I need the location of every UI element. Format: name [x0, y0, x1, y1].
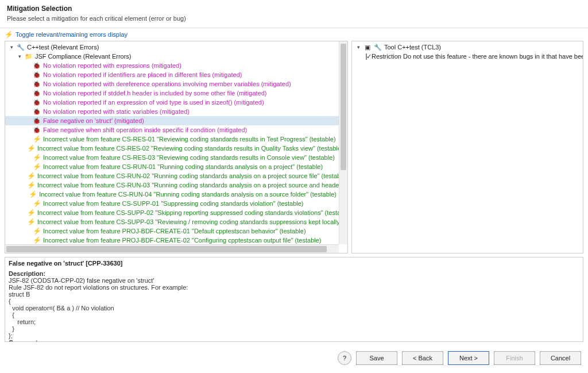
dialog-header: Mitigation Selection Please select a mit… [0, 0, 588, 28]
lightning-icon: ⚡ [33, 236, 41, 244]
left-panel: ▾ 🔧 C++test (Relevant Errors) ▾ 📁 JSF Co [5, 41, 348, 253]
lightning-icon: ⚡ [27, 144, 35, 152]
tree-item-label: No violation reported with static variab… [43, 107, 189, 116]
tree-item-label: No violation reported if identifiers are… [43, 71, 242, 79]
error-tree[interactable]: ▾ 🔧 C++test (Relevant Errors) ▾ 📁 JSF Co [5, 41, 347, 244]
tree-item[interactable]: 🐞No violation reported if stddef.h heade… [5, 89, 339, 98]
wrench-icon: 🔧 [374, 43, 382, 51]
tree-item[interactable]: ⚡Incorrect value from feature CS-RUN-03 … [5, 180, 339, 190]
tree-item-label: Incorrect value from feature CS-RES-03 "… [43, 153, 335, 161]
bug-icon: 🐞 [33, 80, 41, 88]
vertical-scrollbar[interactable] [339, 41, 347, 244]
horizontal-scrollbar[interactable] [5, 244, 339, 253]
tree-item[interactable]: ⚡Incorrect value from feature CS-SUPP-02… [5, 208, 339, 217]
tree-item-label: Incorrect value from feature CS-RUN-03 "… [37, 181, 347, 189]
bug-icon: 🐞 [33, 126, 41, 134]
next-button[interactable]: Next > [448, 351, 489, 365]
bug-icon: 🐞 [33, 71, 41, 79]
finish-button: Finish [494, 351, 535, 365]
tree-item-label: No violation reported with dereference o… [43, 80, 291, 88]
save-button[interactable]: Save [356, 351, 397, 365]
caret-down-icon[interactable]: ▾ [17, 53, 22, 59]
tree-item[interactable]: 🐞False negative when shift operation ins… [5, 125, 339, 134]
mitigation-root[interactable]: ▾ ▣ 🔧 Tool C++test (TCL3) [352, 43, 583, 52]
tree-item-label: Incorrect value from feature CS-RUN-01 "… [43, 163, 323, 171]
tree-item[interactable]: ⚡Incorrect value from feature CS-RES-03 … [5, 153, 339, 162]
detail-panel: False negative on 'struct' [CPP-33630] D… [5, 257, 583, 342]
tree-item[interactable]: ⚡Incorrect value from feature CS-RUN-01 … [5, 162, 339, 171]
tree-item-selected[interactable]: 🐞 False negative on 'struct' (mitigated) [5, 116, 339, 125]
bug-icon: 🐞 [33, 98, 41, 106]
lightning-icon: ⚡ [27, 181, 35, 189]
tree-item[interactable]: ⚡Incorrect value from feature CS-RUN-04 … [5, 190, 339, 199]
bug-icon: 🐞 [33, 89, 41, 97]
lightning-icon: ⚡ [33, 227, 41, 235]
bug-icon: 🐞 [33, 61, 41, 70]
detail-heading: False negative on 'struct' [CPP-33630] [9, 260, 122, 267]
checkbox-icon[interactable] [366, 53, 367, 60]
lightning-icon: ⚡ [29, 190, 37, 198]
tree-item[interactable]: ⚡Incorrect value from feature CS-SUPP-01… [5, 199, 339, 208]
description-label: Description: [9, 270, 45, 277]
toolbar: ⚡ Toggle relevant/remaining errors displ… [0, 28, 588, 41]
tree-item-label: Incorrect value from feature PROJ-BDF-CR… [43, 227, 306, 235]
tree-item-label: Incorrect value from feature CS-SUPP-03 … [37, 218, 347, 226]
help-button[interactable]: ? [338, 351, 351, 365]
tree-item-label: False negative when shift operation insi… [43, 126, 247, 134]
tree-item[interactable]: 🐞No violation reported if identifiers ar… [5, 70, 339, 79]
tree-item[interactable]: 🐞No violation reported with expressions … [5, 61, 339, 70]
tree-item[interactable]: ⚡Incorrect value from feature CS-RES-02 … [5, 144, 339, 153]
tree-item-label: No violation reported if an expression o… [43, 98, 264, 106]
tree-group[interactable]: ▾ 📁 JSF Compliance (Relevant Errors) [5, 52, 339, 61]
stop-icon: ▣ [363, 43, 372, 51]
right-panel: ▾ ▣ 🔧 Tool C++test (TCL3) Restriction Do… [351, 41, 583, 253]
tree-item-label: False negative on 'struct' (mitigated) [43, 117, 144, 125]
tree-item-label: Incorrect value from feature PROJ-BDF-CR… [43, 236, 321, 244]
mitigation-tree[interactable]: ▾ ▣ 🔧 Tool C++test (TCL3) Restriction Do… [352, 41, 583, 253]
bug-icon: 🐞 [33, 107, 41, 116]
back-button[interactable]: < Back [402, 351, 443, 365]
folder-icon: 📁 [25, 52, 33, 60]
lightning-icon: ⚡ [33, 163, 41, 171]
tree-item-label: Incorrect value from feature CS-RES-02 "… [37, 144, 343, 152]
tree-item[interactable]: ⚡Incorrect value from feature PROJ-BDF-C… [5, 226, 339, 236]
mitigation-item[interactable]: Restriction Do not use this feature - th… [352, 52, 583, 61]
tree-item[interactable]: ⚡Incorrect value from feature CS-RES-01 … [5, 134, 339, 144]
mitigation-item-label: Restriction Do not use this feature - th… [372, 52, 583, 60]
button-bar: ? Save < Back Next > Finish Cancel [0, 342, 588, 373]
tree-group-label: JSF Compliance (Relevant Errors) [35, 52, 131, 60]
tree-item[interactable]: ⚡Incorrect value from feature CS-RUN-02 … [5, 171, 339, 180]
tree-item-label: Incorrect value from feature CS-RUN-02 "… [37, 172, 347, 180]
tree-item[interactable]: ⚡Incorrect value from feature PROJ-BDF-C… [5, 236, 339, 244]
lightning-icon: ⚡ [27, 218, 35, 226]
caret-down-icon[interactable]: ▾ [355, 44, 361, 50]
lightning-icon: ⚡ [33, 135, 41, 143]
page-title: Mitigation Selection [7, 5, 581, 13]
lightning-icon: ⚡ [27, 172, 35, 180]
tree-item[interactable]: 🐞No violation reported with static varia… [5, 107, 339, 116]
tree-item-label: Incorrect value from feature CS-SUPP-01 … [43, 199, 304, 207]
caret-down-icon[interactable]: ▾ [9, 44, 14, 50]
bug-icon: 🐞 [33, 117, 41, 125]
description-body: JSF-82 (CODSTA-CPP-02) false negative on… [9, 277, 579, 339]
cancel-button[interactable]: Cancel [540, 351, 581, 365]
wrench-icon: 🔧 [17, 43, 25, 51]
lightning-icon: ⚡ [33, 153, 41, 161]
tree-item-label: Incorrect value from feature CS-SUPP-02 … [37, 209, 347, 217]
lightning-icon: ⚡ [33, 199, 41, 207]
lightning-icon: ⚡ [27, 209, 35, 217]
toggle-display-link[interactable]: Toggle relevant/remaining errors display [16, 31, 127, 38]
tree-root[interactable]: ▾ 🔧 C++test (Relevant Errors) [5, 43, 339, 52]
tree-root-label: C++test (Relevant Errors) [27, 43, 99, 51]
mitigation-root-label: Tool C++test (TCL3) [384, 43, 441, 51]
comment-label: Comment: [9, 339, 40, 342]
tree-item-label: No violation reported if stddef.h header… [43, 89, 267, 97]
page-subtitle: Please select a mitigation for each crit… [7, 15, 581, 22]
tree-item[interactable]: ⚡Incorrect value from feature CS-SUPP-03… [5, 217, 339, 226]
tree-item[interactable]: 🐞No violation reported if an expression … [5, 98, 339, 107]
tree-item[interactable]: 🐞No violation reported with dereference … [5, 79, 339, 89]
lightning-icon: ⚡ [5, 30, 13, 39]
tree-item-label: Incorrect value from feature CS-RUN-04 "… [39, 190, 336, 198]
tree-item-label: No violation reported with expressions (… [43, 61, 181, 70]
tree-item-label: Incorrect value from feature CS-RES-01 "… [43, 135, 336, 143]
